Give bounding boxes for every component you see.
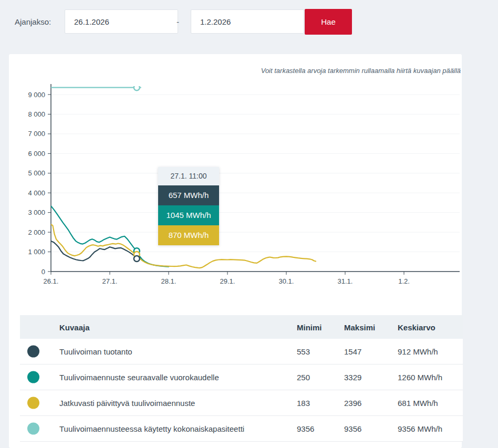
tooltip-value-production: 657 MWh/h [158, 185, 219, 205]
column-header-kuvaaja: Kuvaaja [59, 322, 90, 331]
x-axis-label: 28.1. [161, 277, 177, 285]
max-value: 1547 [344, 347, 361, 356]
table-row-forecast_continuous: Jatkuvasti päivittyvä tuulivoimaennuste1… [20, 390, 463, 416]
tooltip-timestamp: 27.1. 11:00 [158, 167, 219, 185]
series-color-dot [27, 346, 39, 358]
avg-value: 912 MWh/h [398, 347, 438, 356]
y-axis-label: 6 000 [28, 150, 45, 158]
x-axis-label: 30.1. [279, 277, 294, 285]
series-line-forecast_next_day [51, 206, 169, 266]
y-axis-label: 2 000 [28, 228, 45, 236]
series-color-dot [27, 371, 39, 383]
series-color-dot [27, 423, 39, 435]
max-value: 3329 [344, 373, 361, 382]
y-axis-label: 7 000 [28, 130, 45, 138]
column-header-maksimi: Maksimi [344, 322, 375, 331]
y-axis-label: 5 000 [28, 169, 45, 177]
table-row-forecast_next_day: Tuulivoimaennuste seuraavalle vuorokaude… [20, 364, 463, 390]
series-label: Jatkuvasti päivittyvä tuulivoimaennuste [59, 399, 195, 408]
x-axis-label: 27.1. [102, 277, 118, 285]
column-header-keskiarvo: Keskiarvo [398, 322, 435, 331]
x-axis-label: 29.1. [220, 277, 235, 285]
x-axis-label: 1.2. [398, 277, 410, 285]
tooltip-value-forecast_continuous: 870 MWh/h [158, 225, 219, 245]
y-axis-label: 4 000 [28, 189, 45, 197]
y-axis-label: 3 000 [28, 209, 45, 216]
x-axis-label: 31.1. [338, 277, 353, 285]
chart-tooltip: 27.1. 11:00 657 MWh/h1045 MWh/h870 MWh/h [158, 167, 219, 245]
tooltip-value-forecast_next_day: 1045 MWh/h [158, 205, 219, 225]
avg-value: 681 MWh/h [398, 399, 438, 408]
series-color-dot [27, 397, 39, 409]
wind-power-chart[interactable]: 01 0002 0003 0004 0005 0006 0007 0008 00… [0, 0, 498, 299]
series-stats-table: Kuvaaja Minimi Maksimi Keskiarvo Tuulivo… [20, 315, 463, 442]
table-header-row: Kuvaaja Minimi Maksimi Keskiarvo [20, 315, 463, 339]
series-line-production [51, 241, 139, 261]
min-value: 183 [297, 399, 310, 408]
column-header-minimi: Minimi [297, 322, 322, 331]
hover-marker-capacity [134, 85, 140, 90]
y-axis-label: 1 000 [28, 248, 45, 256]
y-axis-label: 9 000 [28, 91, 45, 99]
hover-marker-production [134, 256, 140, 262]
table-row-capacity: Tuulivoimaennusteessa käytetty kokonaisk… [20, 416, 463, 442]
avg-value: 1260 MWh/h [398, 373, 442, 382]
x-axis-label: 26.1. [44, 277, 59, 285]
series-label: Tuulivoiman tuotanto [59, 347, 132, 356]
y-axis-label: 8 000 [28, 110, 45, 118]
y-axis-label: 0 [42, 268, 45, 276]
avg-value: 9356 MWh/h [398, 424, 442, 433]
series-label: Tuulivoimaennuste seuraavalle vuorokaude… [59, 373, 219, 382]
table-row-production: Tuulivoiman tuotanto5531547912 MWh/h [20, 339, 463, 364]
max-value: 2396 [344, 399, 361, 408]
min-value: 250 [297, 373, 310, 382]
max-value: 9356 [344, 424, 361, 433]
series-label: Tuulivoimaennusteessa käytetty kokonaisk… [59, 424, 244, 433]
min-value: 9356 [297, 424, 314, 433]
min-value: 553 [297, 347, 310, 356]
